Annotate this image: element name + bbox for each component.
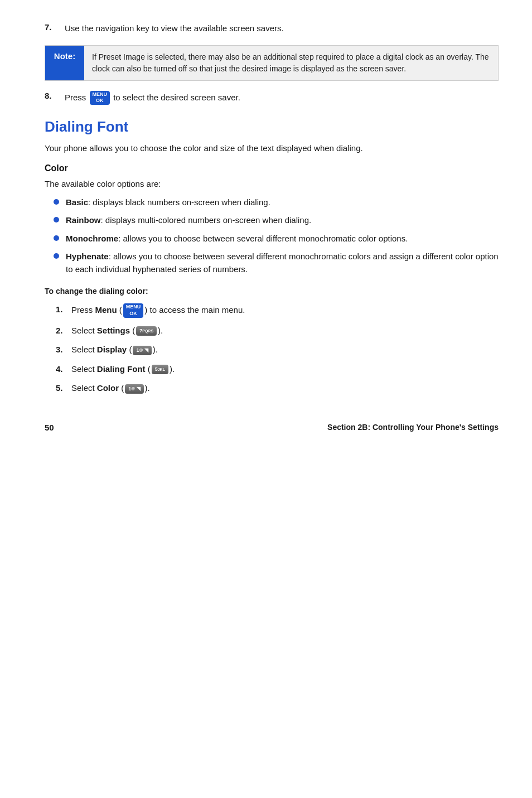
list-item: 4. Select Dialing Font (5JKL). xyxy=(56,363,499,376)
bullet-monochrome-text: Monochrome: allows you to choose between… xyxy=(66,233,408,245)
list-item: 2. Select Settings (7PQRS). xyxy=(56,325,499,337)
step-1-text: Press Menu (MENUOK) to access the main m… xyxy=(71,303,245,317)
dialing-font-intro: Your phone allows you to choose the colo… xyxy=(45,142,499,155)
bullet-dot-rainbow xyxy=(54,217,59,223)
bullet-dot-hyphenate xyxy=(54,253,59,259)
step-8-number: 8. xyxy=(45,91,65,100)
color-intro: The available color options are: xyxy=(45,178,499,191)
list-item: Basic: displays black numbers on-screen … xyxy=(54,196,499,209)
list-item: Hyphenate: allows you to choose between … xyxy=(54,250,499,275)
footer-page-number: 50 xyxy=(45,423,54,432)
list-item: 5. Select Color (1@ ◥). xyxy=(56,382,499,395)
footer-section-label: Section 2B: Controlling Your Phone's Set… xyxy=(327,423,499,432)
note-box: Note: If Preset Image is selected, there… xyxy=(45,45,499,81)
list-item: 1. Press Menu (MENUOK) to access the mai… xyxy=(56,303,499,317)
display-key: 1@ ◥ xyxy=(133,346,151,355)
bullet-hyphenate-text: Hyphenate: allows you to choose between … xyxy=(66,250,499,275)
step-7-number: 7. xyxy=(45,22,65,32)
dialing-color-steps: 1. Press Menu (MENUOK) to access the mai… xyxy=(56,303,499,394)
dialing-font-heading: Dialing Font xyxy=(45,118,499,136)
step-8: 8. Press MENUOK to select the desired sc… xyxy=(45,91,499,105)
step-7: 7. Use the navigation key to view the av… xyxy=(45,22,499,35)
footer: 50 Section 2B: Controlling Your Phone's … xyxy=(45,417,499,432)
note-label: Note: xyxy=(45,46,84,80)
step-num-3: 3. xyxy=(56,344,71,356)
note-content: If Preset Image is selected, there may a… xyxy=(84,46,498,80)
step-3-text: Select Display (1@ ◥). xyxy=(71,344,158,356)
bullet-dot-basic xyxy=(54,199,59,205)
step-5-text: Select Color (1@ ◥). xyxy=(71,382,150,395)
step-num-5: 5. xyxy=(56,382,71,395)
list-item: Rainbow: displays multi-colored numbers … xyxy=(54,214,499,227)
bullet-basic-text: Basic: displays black numbers on-screen … xyxy=(66,196,270,209)
bullet-rainbow-text: Rainbow: displays multi-colored numbers … xyxy=(66,214,311,227)
step-7-text: Use the navigation key to view the avail… xyxy=(65,22,284,35)
menu-ok-key-step1: MENUOK xyxy=(123,303,144,317)
bullet-dot-monochrome xyxy=(54,235,59,241)
step-num-4: 4. xyxy=(56,363,71,376)
dialing-font-key: 5JKL xyxy=(152,365,168,374)
step-2-text: Select Settings (7PQRS). xyxy=(71,325,163,337)
list-item: 3. Select Display (1@ ◥). xyxy=(56,344,499,356)
to-change-label: To change the dialing color: xyxy=(45,287,499,296)
step-num-2: 2. xyxy=(56,325,71,337)
step-4-text: Select Dialing Font (5JKL). xyxy=(71,363,175,376)
list-item: Monochrome: allows you to choose between… xyxy=(54,233,499,245)
step-num-1: 1. xyxy=(56,303,71,316)
color-subheading: Color xyxy=(45,163,499,173)
settings-key: 7PQRS xyxy=(136,326,157,336)
color-key: 1@ ◥ xyxy=(125,384,143,394)
color-options-list: Basic: displays black numbers on-screen … xyxy=(54,196,499,276)
menu-ok-key-step8: MENUOK xyxy=(90,91,110,105)
step-8-text: Press MENUOK to select the desired scree… xyxy=(65,91,240,105)
